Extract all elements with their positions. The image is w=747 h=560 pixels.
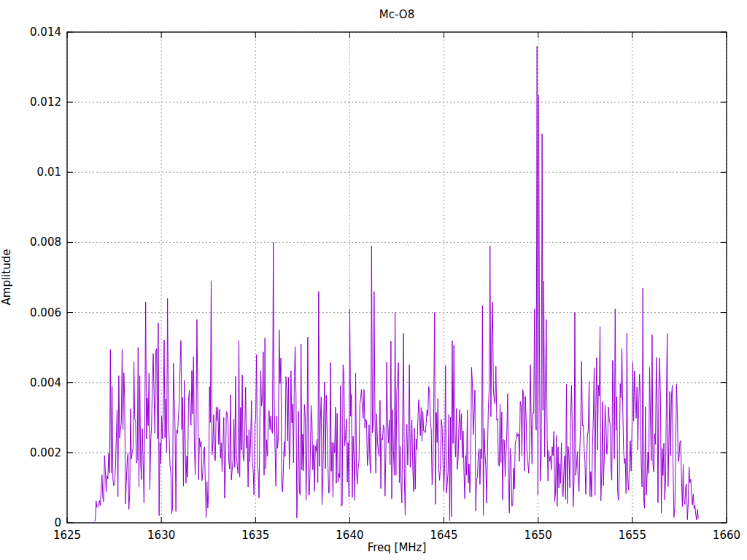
x-tick-label: 1640 xyxy=(336,529,363,542)
y-tick-label: 0.012 xyxy=(30,96,61,109)
x-tick-label: 1635 xyxy=(241,529,269,542)
chart-title: Mc-O8 xyxy=(379,8,414,21)
spectrum-chart: Mc-O8 Freq [MHz] Amplitude 1625163016351… xyxy=(0,0,747,560)
x-axis-label: Freq [MHz] xyxy=(368,541,427,554)
plot-page: Mc-O8 Freq [MHz] Amplitude 1625163016351… xyxy=(0,0,747,560)
tick-labels: 1625163016351640164516501655166000.0020.… xyxy=(30,26,740,542)
series-layer xyxy=(94,46,698,521)
x-tick-label: 1650 xyxy=(525,529,552,542)
x-tick-label: 1625 xyxy=(53,529,81,542)
y-tick-label: 0.01 xyxy=(37,166,61,179)
y-tick-label: 0.014 xyxy=(30,26,61,39)
y-tick-label: 0.008 xyxy=(30,236,61,249)
y-axis-label: Amplitude xyxy=(0,249,13,306)
x-tick-label: 1660 xyxy=(713,529,740,542)
x-tick-label: 1630 xyxy=(147,529,175,542)
y-tick-label: 0.006 xyxy=(30,306,61,319)
y-tick-label: 0 xyxy=(54,516,61,529)
y-tick-label: 0.004 xyxy=(30,376,61,389)
x-tick-label: 1655 xyxy=(619,529,646,542)
series-line xyxy=(94,46,698,521)
x-tick-label: 1645 xyxy=(430,529,457,542)
y-tick-label: 0.002 xyxy=(30,446,61,459)
